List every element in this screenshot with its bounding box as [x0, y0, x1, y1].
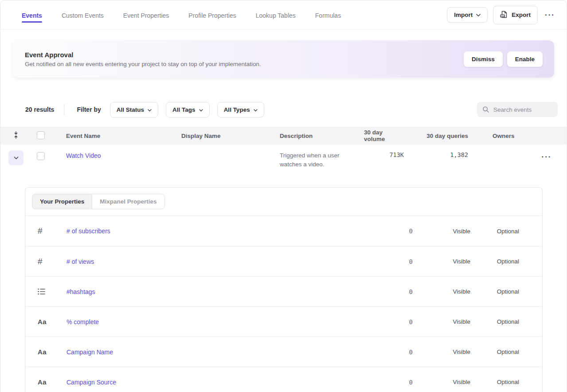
property-visibility: Visible	[453, 379, 470, 385]
chevron-down-icon	[254, 106, 258, 113]
export-button[interactable]: csv Export	[493, 6, 538, 24]
dismiss-button[interactable]: Dismiss	[464, 51, 503, 67]
property-visibility: Visible	[453, 318, 470, 325]
property-visibility: Visible	[453, 228, 470, 235]
tab-events[interactable]: Events	[22, 2, 42, 28]
tab-formulas[interactable]: Formulas	[315, 2, 341, 28]
properties-tabs: Your PropertiesMixpanel Properties	[32, 194, 165, 209]
export-button-label: Export	[512, 12, 531, 18]
event-description: Triggered when a user watches a video.	[280, 151, 351, 169]
property-name-link[interactable]: #hashtags	[66, 288, 364, 295]
events-table-header: Event Name Display Name Description 30 d…	[0, 127, 567, 145]
col-owners: Owners	[493, 133, 527, 139]
types-filter-dropdown[interactable]: All Types	[217, 102, 264, 118]
property-row: Aa Campaign Source 0 Visible Optional	[25, 367, 542, 392]
col-event-name: Event Name	[66, 133, 181, 139]
types-filter-label: All Types	[224, 106, 250, 113]
banner-description: Get notified on all new events entering …	[25, 61, 261, 67]
tab-your-properties[interactable]: Your Properties	[32, 194, 92, 209]
tab-profile-properties[interactable]: Profile Properties	[188, 2, 236, 28]
event-30-day-queries: 1,382	[450, 151, 470, 158]
row-checkbox[interactable]	[37, 152, 45, 160]
divider	[64, 104, 64, 115]
properties-tabs-bar: Your PropertiesMixpanel Properties	[25, 188, 542, 216]
col-description: Description	[280, 133, 364, 139]
property-type-cell: #	[25, 257, 66, 267]
enable-button[interactable]: Enable	[507, 51, 543, 67]
tab-event-properties[interactable]: Event Properties	[123, 2, 169, 28]
events-table: Event Name Display Name Description 30 d…	[0, 127, 567, 183]
property-type-cell: Aa	[25, 318, 66, 326]
property-requirement: Optional	[497, 258, 519, 265]
select-all-checkbox[interactable]	[37, 131, 45, 139]
property-requirement: Optional	[497, 318, 519, 325]
text-icon: Aa	[38, 378, 47, 386]
more-options-button[interactable]: ···	[543, 8, 557, 21]
property-requirement: Optional	[497, 228, 519, 235]
chevron-down-icon	[199, 106, 203, 113]
hash-icon: #	[38, 257, 43, 266]
tags-filter-label: All Tags	[172, 106, 196, 113]
property-rows: # # of subscribers 0 Visible Optional # …	[25, 216, 542, 392]
import-button[interactable]: Import	[447, 7, 488, 23]
property-type-cell	[25, 288, 66, 295]
lexicon-events-page: EventsCustom EventsEvent PropertiesProfi…	[0, 0, 567, 392]
text-icon: Aa	[38, 348, 47, 356]
tab-custom-events[interactable]: Custom Events	[62, 2, 104, 28]
property-name-link[interactable]: # of views	[66, 258, 364, 265]
property-visibility: Visible	[453, 349, 470, 355]
text-icon: Aa	[38, 318, 47, 325]
status-filter-dropdown[interactable]: All Status	[110, 102, 158, 118]
property-row: #hashtags 0 Visible Optional	[25, 276, 542, 306]
col-display-name: Display Name	[181, 133, 280, 139]
property-query-count: 0	[409, 227, 413, 235]
property-visibility: Visible	[453, 288, 470, 295]
tags-filter-dropdown[interactable]: All Tags	[166, 102, 210, 118]
search-box	[477, 102, 558, 117]
list-icon	[38, 288, 66, 295]
property-row: Aa Campaign Name 0 Visible Optional	[25, 337, 542, 367]
banner-title: Event Approval	[25, 51, 261, 59]
nav-tabs: EventsCustom EventsEvent PropertiesProfi…	[22, 2, 341, 28]
nav-actions: Import csv Export ···	[447, 6, 557, 24]
col-30-day-queries: 30 day queries	[426, 133, 470, 139]
property-query-count: 0	[409, 318, 413, 325]
banner-actions: Dismiss Enable	[464, 51, 543, 67]
banner-text: Event Approval Get notified on all new e…	[20, 51, 261, 67]
property-type-cell: Aa	[25, 378, 66, 386]
property-query-count: 0	[409, 349, 413, 356]
property-name-link[interactable]: % complete	[66, 318, 364, 325]
collapse-rows-icon[interactable]	[13, 131, 19, 140]
event-row-more-button[interactable]: ···	[540, 150, 554, 163]
event-30-day-volume: 713K	[389, 151, 408, 158]
event-name-link[interactable]: Watch Video	[66, 152, 101, 159]
tab-mixpanel-properties[interactable]: Mixpanel Properties	[92, 194, 164, 209]
collapse-row-button[interactable]	[8, 150, 23, 165]
filter-bar: 20 results Filter by All Status All Tags…	[25, 102, 558, 118]
property-requirement: Optional	[497, 379, 519, 385]
property-type-cell: Aa	[25, 348, 66, 356]
chevron-down-icon	[148, 106, 152, 113]
search-icon	[482, 106, 489, 113]
property-query-count: 0	[409, 288, 413, 295]
property-row: Aa % complete 0 Visible Optional	[25, 306, 542, 337]
property-name-link[interactable]: Campaign Source	[66, 379, 364, 386]
tab-lookup-tables[interactable]: Lookup Tables	[256, 2, 296, 28]
property-query-count: 0	[409, 379, 413, 386]
event-row-watch-video: Watch Video Triggered when a user watche…	[0, 145, 567, 183]
property-row: # # of views 0 Visible Optional	[25, 246, 542, 276]
top-nav: EventsCustom EventsEvent PropertiesProfi…	[0, 0, 567, 30]
property-name-link[interactable]: Campaign Name	[66, 349, 364, 356]
property-query-count: 0	[409, 258, 413, 265]
col-30-day-volume: 30 day volume	[364, 129, 408, 142]
event-approval-banner: Event Approval Get notified on all new e…	[13, 40, 554, 78]
filter-by-label: Filter by	[77, 106, 101, 113]
property-requirement: Optional	[497, 349, 519, 355]
properties-panel: Your PropertiesMixpanel Properties # # o…	[25, 187, 543, 392]
property-name-link[interactable]: # of subscribers	[66, 227, 364, 235]
property-type-cell: #	[25, 226, 66, 236]
search-input[interactable]	[493, 106, 552, 113]
svg-text:csv: csv	[501, 15, 504, 17]
results-count: 20 results	[25, 106, 54, 113]
property-visibility: Visible	[453, 258, 470, 265]
